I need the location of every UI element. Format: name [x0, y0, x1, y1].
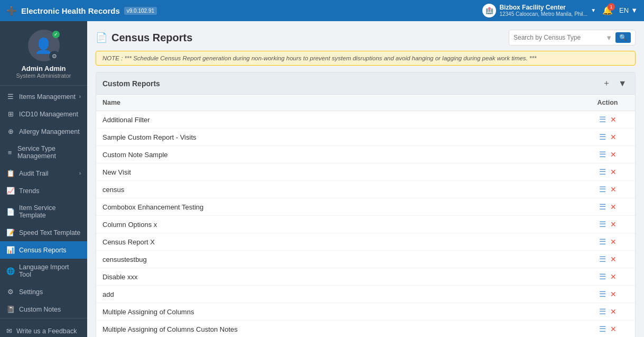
row-actions: ☰ ✕: [586, 307, 629, 316]
row-delete-button[interactable]: ✕: [610, 290, 617, 298]
sidebar-item-label: Language Import Tool: [19, 263, 81, 278]
app-version: v9.0.102.91: [124, 7, 157, 15]
page-title-row: 📄 Census Reports: [96, 32, 192, 44]
icd10-icon: ⊞: [6, 110, 15, 118]
row-name: New Visit: [102, 168, 586, 176]
facility-info[interactable]: 🏥 Bizbox Facility Center 12345 Caloocan,…: [482, 4, 596, 17]
feedback-link[interactable]: ✉ Write us a Feedback: [6, 324, 81, 337]
sidebar-item-language-import-tool[interactable]: 🌐 Language Import Tool: [0, 259, 87, 283]
row-delete-button[interactable]: ✕: [610, 325, 617, 333]
row-delete-button[interactable]: ✕: [610, 307, 617, 316]
add-report-button[interactable]: ＋: [600, 77, 613, 90]
row-name: Disable xxx: [102, 273, 586, 281]
row-delete-button[interactable]: ✕: [610, 255, 617, 263]
row-list-button[interactable]: ☰: [599, 307, 606, 316]
row-list-button[interactable]: ☰: [599, 167, 606, 177]
section-actions: ＋ ▼: [600, 77, 629, 90]
language-import-icon: 🌐: [6, 267, 15, 275]
sidebar-item-label: Item Service Template: [19, 204, 81, 219]
sidebar-item-item-service-template[interactable]: 📄 Item Service Template: [0, 199, 87, 224]
facility-dropdown-icon: ▼: [591, 7, 596, 13]
sidebar-item-settings[interactable]: ⚙ Settings: [0, 283, 87, 300]
items-management-icon: ☰: [6, 93, 15, 101]
collapse-section-button[interactable]: ▼: [616, 78, 629, 89]
top-header: ➕ Electronic Health Records v9.0.102.91 …: [0, 0, 644, 21]
sidebar-profile: 👤 ✓ ⚙ Admin Admin System Administrator: [0, 21, 87, 86]
row-list-button[interactable]: ☰: [599, 220, 606, 229]
item-service-template-icon: 📄: [6, 208, 15, 216]
language-selector[interactable]: EN ▼: [619, 6, 638, 14]
row-delete-button[interactable]: ✕: [610, 220, 617, 229]
table-row: Column Options x ☰ ✕: [96, 216, 635, 233]
section-header: Custom Reports ＋ ▼: [96, 72, 636, 95]
row-delete-button[interactable]: ✕: [610, 150, 617, 159]
table-header: Name Action: [96, 95, 635, 111]
row-list-button[interactable]: ☰: [599, 132, 606, 142]
table-row: Sample Custom Report - Visits ☰ ✕: [96, 129, 635, 146]
sidebar-item-label: Trends: [19, 187, 39, 195]
sidebar-item-allergy-management[interactable]: ⊕ Allergy Management: [0, 123, 87, 140]
note-text: NOTE : *** Schedule Census Report genera…: [102, 55, 536, 61]
row-list-button[interactable]: ☰: [599, 150, 606, 159]
row-actions: ☰ ✕: [586, 254, 629, 264]
sidebar-item-label: Custom Notes: [19, 306, 61, 313]
row-list-button[interactable]: ☰: [599, 289, 606, 299]
row-actions: ☰ ✕: [586, 185, 629, 194]
page-title: Census Reports: [111, 32, 192, 44]
row-list-button[interactable]: ☰: [599, 272, 606, 281]
row-name: Combobox Enhancement Testing: [102, 203, 586, 211]
sidebar-item-census-reports[interactable]: 📊 Census Reports: [0, 241, 87, 259]
sidebar-item-service-type-management[interactable]: ≡ Service Type Management: [0, 140, 87, 165]
sidebar-item-label: ICD10 Management: [19, 111, 78, 118]
avatar-gear-icon: ⚙: [49, 51, 60, 61]
lang-chevron-icon: ▼: [631, 6, 638, 14]
feedback-label: Write us a Feedback: [16, 327, 77, 335]
row-delete-button[interactable]: ✕: [610, 133, 617, 141]
avatar: 👤 ✓ ⚙: [28, 30, 60, 61]
row-list-button[interactable]: ☰: [599, 185, 606, 194]
sidebar-item-custom-notes[interactable]: 📓 Custom Notes: [0, 300, 87, 318]
sidebar-item-icd10-management[interactable]: ⊞ ICD10 Management: [0, 105, 87, 123]
row-list-button[interactable]: ☰: [599, 115, 606, 124]
row-list-button[interactable]: ☰: [599, 237, 606, 247]
row-actions: ☰ ✕: [586, 132, 629, 142]
row-delete-button[interactable]: ✕: [610, 115, 617, 124]
sidebar: 👤 ✓ ⚙ Admin Admin System Administrator ☰…: [0, 21, 87, 337]
row-list-button[interactable]: ☰: [599, 324, 606, 334]
table-body: Additional Filter ☰ ✕ Sample Custom Repo…: [96, 111, 635, 337]
row-delete-button[interactable]: ✕: [610, 238, 617, 246]
sidebar-footer: ✉ Write us a Feedback: [0, 318, 87, 337]
main-layout: 👤 ✓ ⚙ Admin Admin System Administrator ☰…: [0, 21, 644, 337]
row-delete-button[interactable]: ✕: [610, 203, 617, 211]
row-name: Multiple Assigning of Columns: [102, 308, 586, 316]
facility-name: Bizbox Facility Center: [499, 4, 587, 11]
sidebar-item-items-management[interactable]: ☰ Items Management ›: [0, 88, 87, 105]
table-row: Additional Filter ☰ ✕: [96, 111, 635, 129]
sidebar-nav: ☰ Items Management › ⊞ ICD10 Management …: [0, 86, 87, 318]
col-action-header: Action: [586, 99, 629, 106]
settings-icon: ⚙: [6, 288, 15, 296]
sidebar-item-speed-text-template[interactable]: 📝 Speed Text Template: [0, 224, 87, 241]
table-row: Multiple Assigning of Columns ☰ ✕: [96, 303, 635, 321]
row-delete-button[interactable]: ✕: [610, 185, 617, 194]
sidebar-item-trends[interactable]: 📈 Trends: [0, 182, 87, 199]
sidebar-item-audit-trail[interactable]: 📋 Audit Trail ›: [0, 165, 87, 182]
table-row: Disable xxx ☰ ✕: [96, 268, 635, 286]
facility-address: 12345 Caloocan, Metro Manila, Phil...: [499, 11, 587, 17]
row-delete-button[interactable]: ✕: [610, 168, 617, 176]
search-button[interactable]: 🔍: [615, 32, 631, 43]
row-actions: ☰ ✕: [586, 237, 629, 247]
notification-bell[interactable]: 🔔 1: [602, 5, 613, 15]
trends-icon: 📈: [6, 187, 15, 195]
row-list-button[interactable]: ☰: [599, 202, 606, 212]
note-bar: NOTE : *** Schedule Census Report genera…: [96, 51, 636, 66]
table-row: New Visit ☰ ✕: [96, 163, 635, 181]
custom-notes-icon: 📓: [6, 305, 15, 313]
row-list-button[interactable]: ☰: [599, 254, 606, 264]
main-content: 📄 Census Reports ▼ 🔍 NOTE : *** Schedule…: [87, 21, 644, 337]
notification-badge: 1: [608, 3, 615, 11]
search-box: ▼ 🔍: [509, 30, 636, 45]
row-delete-button[interactable]: ✕: [610, 272, 617, 281]
search-input[interactable]: [514, 34, 602, 41]
row-name: Sample Custom Report - Visits: [102, 133, 586, 141]
